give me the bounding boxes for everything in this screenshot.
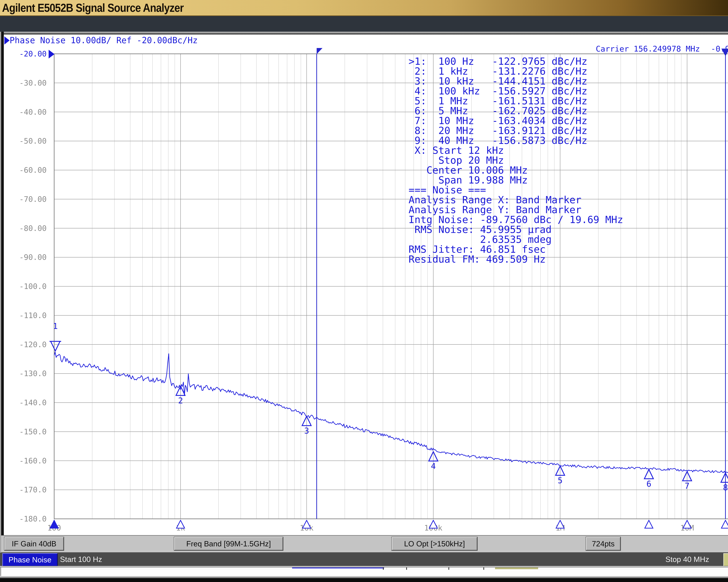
curve-marker-number: 7	[685, 481, 690, 490]
window-edge-tick	[484, 567, 484, 570]
readout-line: 9: 40 MHz -156.5873 dBc/Hz	[409, 136, 623, 145]
screen-top-ridge	[0, 32, 728, 34]
curve-marker-number: 2	[178, 396, 183, 405]
y-tick-label: -150.0	[3, 427, 47, 436]
readout-line: Analysis Range Y: Band Marker	[409, 205, 623, 215]
carrier-power-readout: -0.9019 dBm	[697, 44, 728, 53]
title-bar: Agilent E5052B Signal Source Analyzer	[0, 0, 728, 16]
y-tick-label: -180.0	[3, 515, 47, 523]
page-indicator-button[interactable]: 4/4	[723, 553, 728, 566]
if-gain-button[interactable]: IF Gain 40dB	[4, 537, 64, 550]
trace-scale-header[interactable]: Phase Noise 10.00dB/ Ref -20.00dBc/Hz	[9, 35, 198, 45]
menu-bar: Resize	[0, 16, 728, 32]
readout-line: RMS Jitter: 46.851 fsec	[409, 244, 623, 254]
curve-marker-number: 3	[304, 426, 309, 435]
y-tick-label: -130.0	[3, 369, 47, 378]
readout-line: Stop 20 MHz	[409, 156, 623, 165]
readout-line: 6: 5 MHz -162.7025 dBc/Hz	[409, 106, 623, 116]
window-edge-tick	[406, 567, 407, 570]
background-window-edge-olive	[495, 567, 538, 569]
x-tick-label: 100k	[424, 524, 442, 532]
readout-line: Span 19.988 MHz	[409, 175, 623, 185]
window-edge-tick	[383, 567, 384, 570]
readout-line: 4: 100 kHz -156.5927 dBc/Hz	[409, 86, 623, 96]
readout-line: Analysis Range X: Band Marker	[409, 195, 623, 205]
readout-line: >1: 100 Hz -122.9765 dBc/Hz	[409, 56, 623, 66]
readout-line: RMS Noise: 45.9955 μrad	[409, 225, 623, 234]
curve-marker-number: 6	[647, 479, 651, 488]
curve-marker-number: 8	[723, 483, 728, 492]
trace-select-arrow-icon	[4, 36, 9, 45]
readout-line: X: Start 12 kHz	[409, 145, 623, 156]
curve-marker-number: 4	[431, 462, 436, 470]
y-tick-label: -140.0	[3, 398, 47, 407]
readout-line: 8: 20 MHz -163.9121 dBc/Hz	[409, 126, 623, 136]
y-tick-label: -30.00	[3, 79, 47, 87]
readout-line: 2: 1 kHz -131.2276 dBc/Hz	[409, 66, 623, 76]
y-tick-label: -160.0	[3, 456, 47, 465]
readout-line: Residual FM: 469.509 Hz	[409, 254, 623, 264]
y-tick-label: -170.0	[3, 486, 47, 494]
readout-line: 7: 10 MHz -163.4034 dBc/Hz	[409, 116, 623, 126]
separator	[1, 551, 728, 553]
y-tick-label: -40.00	[3, 108, 47, 116]
separator	[0, 566, 728, 567]
freq-band-button[interactable]: Freq Band [99M-1.5GHz]	[174, 537, 283, 550]
y-tick-label: -70.00	[3, 195, 47, 203]
separator	[0, 576, 728, 578]
window-edge-tick	[448, 567, 449, 570]
curve-marker-number: 5	[557, 476, 563, 484]
readout-line: 2.63535 mdeg	[409, 234, 623, 244]
background-window-edge-blue	[292, 567, 384, 569]
measurement-status-bar: IF Gain 40dB Freq Band [99M-1.5GHz] LO O…	[1, 535, 728, 552]
y-tick-label: -80.00	[3, 224, 47, 233]
sweep-start-label: Start 100 Hz	[60, 555, 102, 564]
y-tick-label: -50.00	[3, 137, 47, 145]
e5052b-window: Agilent E5052B Signal Source Analyzer Re…	[0, 0, 728, 582]
x-tick-label: 1M	[555, 524, 565, 532]
readout-line: Center 10.006 MHz	[409, 165, 623, 175]
background-window-strip	[1, 567, 728, 576]
y-tick-label: -120.0	[3, 340, 47, 349]
window-title: Agilent E5052B Signal Source Analyzer	[2, 1, 184, 15]
sweep-status-bar: Phase Noise Start 100 Hz Stop 40 MHz 4/4	[0, 553, 728, 566]
bottom-frame	[0, 578, 728, 582]
marker-and-noise-readout: >1: 100 Hz -122.9765 dBc/Hz 2: 1 kHz -13…	[409, 56, 623, 264]
carrier-frequency-readout: Carrier 156.249978 MHz	[596, 44, 700, 53]
y-tick-label: -60.00	[3, 166, 47, 174]
y-tick-label: -100.0	[3, 282, 47, 291]
readout-line: Intg Noise: -89.7560 dBc / 19.69 MHz	[409, 215, 623, 225]
readout-line: === Noise ===	[409, 185, 623, 195]
readout-line: 3: 10 kHz -144.4151 dBc/Hz	[409, 76, 623, 86]
lo-opt-button[interactable]: LO Opt [>150kHz]	[392, 537, 477, 550]
points-button[interactable]: 724pts	[586, 537, 621, 550]
y-tick-label: -20.00	[3, 50, 47, 58]
x-tick-label: 100	[47, 524, 61, 532]
y-tick-label: -90.00	[3, 253, 47, 261]
x-tick-label: 10M	[680, 524, 694, 532]
x-tick-label: 10k	[300, 524, 313, 532]
y-tick-label: -110.0	[3, 311, 47, 320]
curve-marker-number: 1	[53, 322, 58, 330]
sweep-stop-label: Stop 40 MHz	[666, 555, 709, 564]
readout-line: 5: 1 MHz -161.5131 dBc/Hz	[409, 96, 623, 106]
phase-noise-trace-button[interactable]: Phase Noise	[2, 553, 58, 566]
x-tick-label: 1k	[176, 524, 185, 532]
